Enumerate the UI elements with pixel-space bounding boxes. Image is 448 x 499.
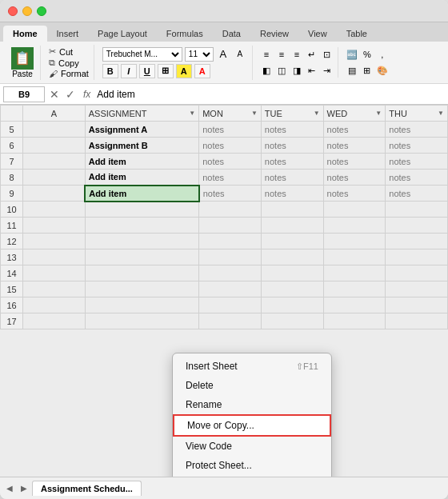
cell-10a[interactable] <box>23 202 86 218</box>
cancel-formula-button[interactable]: ✕ <box>48 88 61 101</box>
increase-font-button[interactable]: A <box>216 47 230 62</box>
cell-12b[interactable] <box>85 234 198 250</box>
menu-insert-sheet[interactable]: Insert Sheet ⇧F11 <box>173 357 331 376</box>
wrap-text-button[interactable]: ↵ <box>305 47 319 62</box>
cell-11e[interactable] <box>323 218 386 234</box>
cell-5e[interactable]: notes <box>323 122 386 138</box>
cell-9c[interactable]: notes <box>199 186 262 202</box>
cell-12a[interactable] <box>23 234 86 250</box>
cell-15c[interactable] <box>199 281 262 297</box>
cell-8c[interactable]: notes <box>199 170 262 186</box>
paste-label[interactable]: Paste <box>12 70 33 78</box>
format-button[interactable]: 🖌 Format <box>49 69 89 78</box>
cell-13d[interactable] <box>261 250 323 265</box>
formula-input[interactable]: Add item <box>97 89 445 100</box>
cell-style-btn[interactable]: 🎨 <box>375 63 390 78</box>
align-right-button[interactable]: ◨ <box>290 63 304 78</box>
cell-6b[interactable]: Assignment B <box>85 138 198 154</box>
tab-data[interactable]: Data <box>213 26 250 42</box>
cell-12d[interactable] <box>261 234 323 250</box>
copy-button[interactable]: ⧉ Copy <box>49 58 89 68</box>
align-bottom-button[interactable]: ≡ <box>290 47 304 62</box>
align-left-button[interactable]: ◧ <box>259 63 274 78</box>
cell-7a[interactable] <box>23 154 86 170</box>
tab-review[interactable]: Review <box>250 26 298 42</box>
cell-17e[interactable] <box>323 313 386 329</box>
table-btn[interactable]: ⊞ <box>360 63 374 78</box>
col-header-wed[interactable]: WED ▼ <box>323 106 386 122</box>
cell-16d[interactable] <box>261 297 323 313</box>
cell-13c[interactable] <box>199 250 262 265</box>
merge-button[interactable]: ⊡ <box>320 47 334 62</box>
cell-7d[interactable]: notes <box>261 154 323 170</box>
cell-10e[interactable] <box>323 202 386 218</box>
cell-9a[interactable] <box>23 186 86 202</box>
col-header-mon[interactable]: MON ▼ <box>199 106 262 122</box>
cell-9b[interactable]: Add item <box>85 186 198 202</box>
font-name-select[interactable]: Trebuchet M... <box>102 47 182 62</box>
percent-btn[interactable]: % <box>360 47 374 62</box>
font-size-select[interactable]: 11 <box>185 47 214 62</box>
tab-table[interactable]: Table <box>337 26 377 42</box>
cell-14d[interactable] <box>261 265 323 281</box>
cell-14a[interactable] <box>23 265 86 281</box>
col-header-a[interactable]: A <box>23 106 86 122</box>
cell-16b[interactable] <box>85 297 198 313</box>
cell-7e[interactable]: notes <box>323 154 386 170</box>
cell-13f[interactable] <box>386 250 448 265</box>
cell-6d[interactable]: notes <box>261 138 323 154</box>
cell-8f[interactable]: notes <box>386 170 448 186</box>
comma-btn[interactable]: , <box>375 47 390 62</box>
cell-5b[interactable]: Assignment A <box>85 122 198 138</box>
col-wed-dropdown-icon[interactable]: ▼ <box>375 110 382 117</box>
tab-insert[interactable]: Insert <box>47 26 89 42</box>
cell-12e[interactable] <box>323 234 386 250</box>
confirm-formula-button[interactable]: ✓ <box>64 88 77 101</box>
cell-9f[interactable]: notes <box>386 186 448 202</box>
col-header-assignment[interactable]: ASSIGNMENT ▼ <box>85 106 198 122</box>
cell-9d[interactable]: notes <box>261 186 323 202</box>
indent-decrease-button[interactable]: ⇤ <box>305 63 319 78</box>
cell-reference-input[interactable]: B9 <box>3 86 45 102</box>
align-top-button[interactable]: ≡ <box>259 47 274 62</box>
cell-13a[interactable] <box>23 250 86 265</box>
cell-16e[interactable] <box>323 297 386 313</box>
cell-7f[interactable]: notes <box>386 154 448 170</box>
cell-14f[interactable] <box>386 265 448 281</box>
col-thu-dropdown-icon[interactable]: ▼ <box>438 110 444 117</box>
cell-14b[interactable] <box>85 265 198 281</box>
fill-color-button[interactable]: A <box>176 64 192 78</box>
cell-17f[interactable] <box>386 313 448 329</box>
cell-8a[interactable] <box>23 170 86 186</box>
paste-icon[interactable]: 📋 <box>11 47 34 70</box>
cell-6a[interactable] <box>23 138 86 154</box>
cell-5a[interactable] <box>23 122 86 138</box>
cell-14c[interactable] <box>199 265 262 281</box>
align-center-button[interactable]: ◫ <box>274 63 289 78</box>
cell-9e[interactable]: notes <box>323 186 386 202</box>
menu-delete[interactable]: Delete <box>173 376 331 395</box>
maximize-button[interactable] <box>37 6 46 16</box>
cell-15d[interactable] <box>261 281 323 297</box>
cell-13b[interactable] <box>85 250 198 265</box>
tab-formulas[interactable]: Formulas <box>157 26 213 42</box>
cell-16f[interactable] <box>386 297 448 313</box>
cell-11a[interactable] <box>23 218 86 234</box>
cell-12f[interactable] <box>386 234 448 250</box>
col-dropdown-icon[interactable]: ▼ <box>189 110 195 117</box>
cell-6e[interactable]: notes <box>323 138 386 154</box>
cell-8d[interactable]: notes <box>261 170 323 186</box>
cell-10d[interactable] <box>261 202 323 218</box>
cell-6f[interactable]: notes <box>386 138 448 154</box>
cell-6c[interactable]: notes <box>199 138 262 154</box>
cell-17c[interactable] <box>199 313 262 329</box>
sheet-nav-next-button[interactable]: ▶ <box>18 482 30 495</box>
cell-10c[interactable] <box>199 202 262 218</box>
cell-11c[interactable] <box>199 218 262 234</box>
tab-page-layout[interactable]: Page Layout <box>88 26 157 42</box>
cell-16a[interactable] <box>23 297 86 313</box>
cell-15a[interactable] <box>23 281 86 297</box>
menu-tab-color[interactable]: Tab Color ▶ <box>173 475 331 477</box>
cell-17d[interactable] <box>261 313 323 329</box>
col-tue-dropdown-icon[interactable]: ▼ <box>314 110 320 117</box>
